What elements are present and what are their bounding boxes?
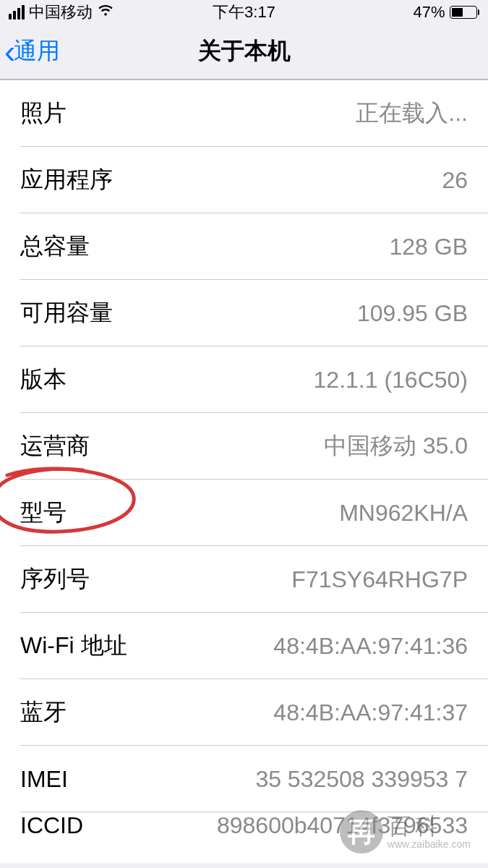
row-value: 26	[442, 167, 468, 194]
status-bar: 中国移动 下午3:17 47%	[0, 0, 488, 23]
row-bluetooth[interactable]: 蓝牙 48:4B:AA:97:41:37	[0, 679, 488, 746]
page-title: 关于本机	[198, 35, 291, 67]
row-wifi-address[interactable]: Wi-Fi 地址 48:4B:AA:97:41:36	[0, 613, 488, 679]
row-label: 版本	[20, 364, 67, 396]
row-label: 序列号	[20, 563, 90, 595]
row-value: 48:4B:AA:97:41:37	[273, 699, 468, 726]
row-label: ICCID	[20, 812, 83, 839]
status-time: 下午3:17	[213, 1, 275, 23]
row-carrier[interactable]: 运营商 中国移动 35.0	[0, 413, 488, 480]
row-value: MN962KH/A	[339, 500, 468, 527]
watermark-url: www.zaibaike.com	[388, 839, 471, 850]
row-value: 12.1.1 (16C50)	[314, 367, 468, 393]
row-label: 型号	[20, 497, 67, 529]
wifi-icon	[97, 3, 114, 22]
row-label: Wi-Fi 地址	[20, 630, 127, 662]
row-available-capacity[interactable]: 可用容量 109.95 GB	[0, 280, 488, 346]
back-button[interactable]: ‹ 通用	[4, 35, 60, 68]
row-value: 128 GB	[389, 234, 468, 260]
row-photos[interactable]: 照片 正在载入...	[0, 80, 488, 147]
back-label: 通用	[14, 35, 60, 67]
row-total-capacity[interactable]: 总容量 128 GB	[0, 213, 488, 280]
row-model[interactable]: 型号 MN962KH/A	[0, 480, 488, 546]
carrier-label: 中国移动	[29, 1, 93, 23]
row-label: 蓝牙	[20, 697, 67, 728]
row-label: 运营商	[20, 430, 90, 462]
row-label: 可用容量	[20, 297, 113, 329]
row-value: 109.95 GB	[357, 300, 468, 327]
status-left: 中国移动	[9, 1, 114, 23]
row-value: 48:4B:AA:97:41:36	[273, 633, 468, 660]
row-value: 35 532508 339953 7	[255, 766, 468, 793]
watermark: 再 百科 www.zaibaike.com	[340, 810, 471, 854]
battery-icon	[450, 6, 480, 19]
row-label: 照片	[20, 98, 67, 129]
row-value: 正在载入...	[356, 98, 468, 129]
about-list: 照片 正在载入... 应用程序 26 总容量 128 GB 可用容量 109.9…	[0, 80, 488, 863]
row-apps[interactable]: 应用程序 26	[0, 147, 488, 213]
row-label: 应用程序	[20, 164, 113, 196]
navigation-bar: ‹ 通用 关于本机	[0, 23, 488, 80]
row-serial[interactable]: 序列号 F71SY64RHG7P	[0, 546, 488, 613]
status-right: 47%	[413, 3, 479, 22]
row-version[interactable]: 版本 12.1.1 (16C50)	[0, 346, 488, 413]
row-value: F71SY64RHG7P	[291, 566, 468, 593]
row-value: 中国移动 35.0	[324, 430, 468, 462]
battery-percentage: 47%	[413, 3, 445, 22]
row-label: 总容量	[20, 231, 90, 263]
signal-icon	[9, 5, 25, 20]
watermark-logo: 再	[340, 810, 383, 854]
watermark-title: 百科	[388, 814, 471, 839]
row-imei[interactable]: IMEI 35 532508 339953 7	[0, 746, 488, 812]
row-label: IMEI	[20, 766, 68, 793]
